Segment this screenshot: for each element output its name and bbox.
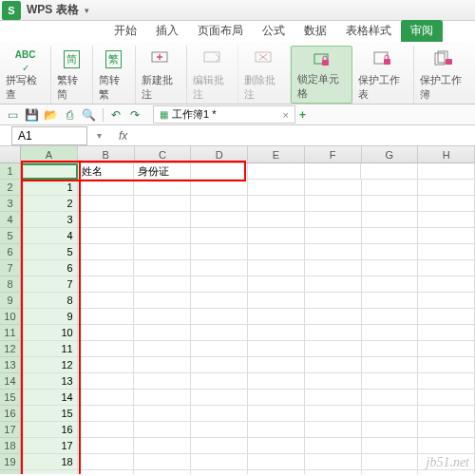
cell[interactable] — [78, 276, 135, 293]
cell[interactable] — [362, 180, 419, 196]
cell[interactable] — [134, 276, 191, 293]
cell[interactable] — [191, 276, 248, 293]
cell[interactable] — [362, 196, 419, 212]
cell[interactable] — [305, 163, 362, 180]
cell[interactable] — [248, 390, 305, 406]
app-menu-arrow[interactable]: ▾ — [85, 6, 89, 15]
cell[interactable]: 14 — [21, 390, 78, 406]
cell[interactable] — [305, 260, 362, 276]
cell[interactable]: 3 — [21, 212, 78, 228]
colhead-d[interactable]: D — [191, 146, 248, 163]
cell[interactable]: 8 — [21, 293, 78, 309]
cell[interactable] — [362, 212, 419, 228]
cell[interactable] — [305, 212, 362, 228]
rowhead[interactable]: 19 — [0, 454, 21, 470]
spreadsheet-grid[interactable]: A B C D E F G H 1姓名身份证213243546576879810… — [0, 146, 475, 474]
qat-undo-icon[interactable]: ↶ — [107, 106, 124, 124]
cell[interactable] — [134, 390, 191, 406]
cell[interactable] — [248, 373, 305, 390]
cell[interactable] — [134, 244, 191, 260]
cell[interactable] — [305, 276, 362, 293]
tab-layout[interactable]: 页面布局 — [188, 20, 253, 42]
cell[interactable]: 7 — [21, 276, 78, 293]
document-tab[interactable]: ▦ 工作簿1 * × — [153, 105, 295, 124]
rowhead[interactable]: 14 — [0, 373, 21, 390]
rowhead[interactable]: 5 — [0, 228, 21, 244]
cell[interactable] — [362, 470, 419, 474]
cell[interactable] — [418, 244, 475, 260]
cell[interactable]: 9 — [21, 309, 78, 325]
fx-icon[interactable]: fx — [119, 129, 127, 143]
cell[interactable] — [134, 470, 191, 474]
qat-print-icon[interactable]: ⎙ — [61, 106, 78, 124]
cell[interactable]: 17 — [21, 438, 78, 454]
cell[interactable] — [248, 438, 305, 454]
rowhead[interactable]: 7 — [0, 260, 21, 276]
cell[interactable] — [191, 454, 248, 470]
close-doc-icon[interactable]: × — [282, 109, 288, 121]
cell[interactable] — [248, 260, 305, 276]
cell[interactable] — [305, 180, 362, 196]
tab-insert[interactable]: 插入 — [146, 20, 188, 42]
cell[interactable] — [191, 438, 248, 454]
cell[interactable] — [78, 341, 135, 357]
cell[interactable] — [78, 309, 135, 325]
cell[interactable] — [305, 406, 362, 422]
rowhead[interactable]: 8 — [0, 276, 21, 293]
cell[interactable] — [362, 309, 419, 325]
cell[interactable] — [191, 163, 248, 180]
cell[interactable] — [362, 390, 419, 406]
cell[interactable] — [134, 325, 191, 341]
cell[interactable] — [361, 163, 418, 180]
add-doc-button[interactable]: + — [299, 108, 306, 122]
cell[interactable]: 5 — [21, 244, 78, 260]
cell[interactable] — [134, 454, 191, 470]
rowhead[interactable]: 16 — [0, 406, 21, 422]
cell[interactable] — [305, 196, 362, 212]
rowhead[interactable]: 15 — [0, 390, 21, 406]
cell[interactable] — [78, 180, 135, 196]
cell[interactable] — [134, 373, 191, 390]
colhead-f[interactable]: F — [305, 146, 362, 163]
cell[interactable] — [362, 260, 419, 276]
cell[interactable] — [305, 357, 362, 373]
cell[interactable] — [248, 309, 305, 325]
cell[interactable] — [418, 309, 475, 325]
cell[interactable]: 4 — [21, 228, 78, 244]
colhead-e[interactable]: E — [248, 146, 305, 163]
edit-comment-button[interactable]: 编辑批注 — [187, 46, 238, 104]
cell[interactable] — [362, 276, 419, 293]
cell[interactable] — [78, 325, 135, 341]
cell[interactable] — [248, 422, 305, 438]
cell[interactable] — [134, 180, 191, 196]
cell[interactable] — [305, 309, 362, 325]
lock-cell-button[interactable]: 锁定单元格 — [291, 46, 353, 104]
cell[interactable] — [418, 438, 475, 454]
cell[interactable]: 10 — [21, 325, 78, 341]
cell[interactable] — [418, 260, 475, 276]
cell[interactable] — [191, 341, 248, 357]
cell[interactable] — [191, 260, 248, 276]
cell[interactable] — [78, 373, 135, 390]
cell[interactable] — [305, 341, 362, 357]
cell[interactable] — [78, 293, 135, 309]
cell[interactable] — [78, 228, 135, 244]
cell[interactable] — [418, 325, 475, 341]
rowhead[interactable]: 18 — [0, 438, 21, 454]
cell[interactable] — [305, 470, 362, 474]
cell[interactable] — [305, 228, 362, 244]
cell[interactable] — [191, 406, 248, 422]
cell[interactable] — [134, 422, 191, 438]
cell[interactable] — [248, 406, 305, 422]
cell[interactable] — [362, 228, 419, 244]
cell[interactable]: 2 — [21, 196, 78, 212]
cell[interactable] — [305, 373, 362, 390]
qat-new-icon[interactable]: ▭ — [4, 106, 21, 124]
cell[interactable]: 11 — [21, 341, 78, 357]
cell[interactable] — [305, 293, 362, 309]
qat-save-icon[interactable]: 💾 — [23, 106, 40, 124]
cell[interactable] — [134, 212, 191, 228]
cell[interactable]: 18 — [21, 454, 78, 470]
traditional-to-simplified-button[interactable]: 简 繁转简 — [51, 46, 93, 104]
cell[interactable] — [191, 470, 248, 474]
